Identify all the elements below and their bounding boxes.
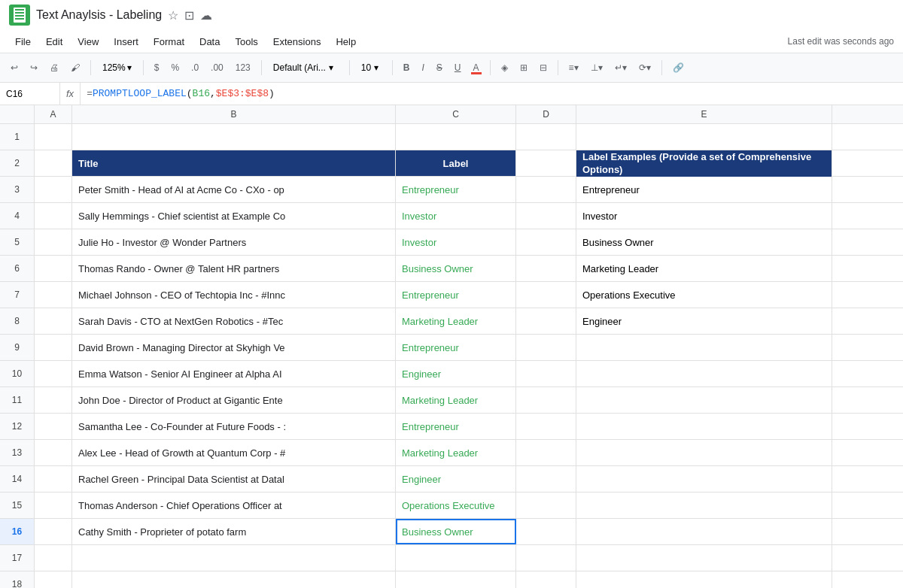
- cell-b7[interactable]: Michael Johnson - CEO of Techtopia Inc -…: [72, 282, 396, 308]
- row-num-3[interactable]: 3: [0, 177, 35, 202]
- cell-c15[interactable]: Operations Executive: [396, 493, 516, 518]
- cell-reference-box[interactable]: C16: [0, 83, 60, 105]
- cell-a1[interactable]: [35, 124, 72, 150]
- row-num-6[interactable]: 6: [0, 256, 35, 281]
- cell-b2-header[interactable]: Title: [72, 150, 396, 176]
- cell-d12[interactable]: [516, 414, 576, 439]
- menu-file[interactable]: File: [9, 33, 37, 50]
- cell-e13[interactable]: [576, 440, 832, 465]
- link-button[interactable]: 🔗: [668, 59, 689, 76]
- cell-c16[interactable]: Business Owner: [396, 519, 516, 544]
- row-num-15[interactable]: 15: [0, 493, 35, 518]
- cell-e3[interactable]: Entrepreneur: [576, 177, 832, 202]
- menu-view[interactable]: View: [71, 33, 105, 50]
- cell-e5[interactable]: Business Owner: [576, 229, 832, 255]
- cell-b16[interactable]: Cathy Smith - Proprieter of potato farm: [72, 519, 396, 544]
- cell-a8[interactable]: [35, 308, 72, 334]
- cell-e1[interactable]: [576, 124, 832, 150]
- cell-d9[interactable]: [516, 335, 576, 360]
- cell-a13[interactable]: [35, 440, 72, 465]
- cell-b11[interactable]: John Doe - Director of Product at Gigant…: [72, 387, 396, 413]
- cell-d10[interactable]: [516, 361, 576, 386]
- merge-button[interactable]: ⊟: [535, 59, 552, 76]
- menu-tools[interactable]: Tools: [229, 33, 263, 50]
- cell-c11[interactable]: Marketing Leader: [396, 387, 516, 413]
- cell-e11[interactable]: [576, 387, 832, 413]
- strikethrough-button[interactable]: S: [432, 59, 447, 76]
- underline-button[interactable]: U: [450, 59, 466, 76]
- menu-format[interactable]: Format: [147, 33, 190, 50]
- cell-c18[interactable]: [396, 571, 516, 588]
- cell-c13[interactable]: Marketing Leader: [396, 440, 516, 465]
- cell-d7[interactable]: [516, 282, 576, 308]
- cell-c7[interactable]: Entrepreneur: [396, 282, 516, 308]
- row-num-7[interactable]: 7: [0, 282, 35, 308]
- cell-d4[interactable]: [516, 203, 576, 229]
- cell-e18[interactable]: [576, 571, 832, 588]
- cell-c8[interactable]: Marketing Leader: [396, 308, 516, 334]
- col-header-a[interactable]: A: [35, 105, 72, 123]
- cell-c3[interactable]: Entrepreneur: [396, 177, 516, 202]
- cell-c5[interactable]: Investor: [396, 229, 516, 255]
- cell-e2-header[interactable]: Label Examples (Provide a set of Compreh…: [576, 150, 832, 177]
- col-header-e[interactable]: E: [576, 105, 832, 123]
- cell-d1[interactable]: [516, 124, 576, 150]
- row-num-10[interactable]: 10: [0, 361, 35, 386]
- row-num-14[interactable]: 14: [0, 466, 35, 492]
- decimal-increase-button[interactable]: .00: [206, 59, 228, 76]
- cloud-icon[interactable]: ☁: [200, 8, 212, 23]
- cell-a12[interactable]: [35, 414, 72, 439]
- cell-b4[interactable]: Sally Hemmings - Chief scientist at Exam…: [72, 203, 396, 229]
- menu-extensions[interactable]: Extensions: [267, 33, 327, 50]
- formula-content[interactable]: =PROMPTLOOP_LABEL(B16,$E$3:$E$8): [81, 83, 903, 105]
- row-num-16[interactable]: 16: [0, 519, 35, 544]
- cell-c10[interactable]: Engineer: [396, 361, 516, 386]
- cell-d2[interactable]: [516, 150, 576, 176]
- menu-edit[interactable]: Edit: [40, 33, 68, 50]
- row-num-13[interactable]: 13: [0, 440, 35, 465]
- cell-b3[interactable]: Peter Smith - Head of AI at Acme Co - CX…: [72, 177, 396, 202]
- cell-a3[interactable]: [35, 177, 72, 202]
- italic-button[interactable]: I: [417, 59, 428, 76]
- cell-d13[interactable]: [516, 440, 576, 465]
- cell-d8[interactable]: [516, 308, 576, 334]
- row-num-2[interactable]: 2: [0, 150, 35, 176]
- row-num-18[interactable]: 18: [0, 571, 35, 588]
- cell-d17[interactable]: [516, 545, 576, 571]
- zoom-selector[interactable]: 125% ▾: [97, 60, 137, 75]
- cell-c14[interactable]: Engineer: [396, 466, 516, 492]
- cell-b15[interactable]: Thomas Anderson - Chief Operations Offic…: [72, 493, 396, 518]
- row-num-12[interactable]: 12: [0, 414, 35, 439]
- cell-a4[interactable]: [35, 203, 72, 229]
- menu-data[interactable]: Data: [193, 33, 226, 50]
- col-header-b[interactable]: B: [72, 105, 396, 123]
- font-color-button[interactable]: A: [469, 59, 484, 76]
- col-header-c[interactable]: C: [396, 105, 516, 123]
- cell-c2-header[interactable]: Label: [396, 150, 516, 176]
- cell-a2[interactable]: [35, 150, 72, 176]
- cell-a6[interactable]: [35, 256, 72, 281]
- menu-help[interactable]: Help: [330, 33, 362, 50]
- cell-e7[interactable]: Operations Executive: [576, 282, 832, 308]
- cell-e9[interactable]: [576, 335, 832, 360]
- cell-e14[interactable]: [576, 466, 832, 492]
- cell-a7[interactable]: [35, 282, 72, 308]
- menu-insert[interactable]: Insert: [108, 33, 144, 50]
- cell-b1[interactable]: [72, 124, 396, 150]
- cell-d11[interactable]: [516, 387, 576, 413]
- cell-a9[interactable]: [35, 335, 72, 360]
- cell-a5[interactable]: [35, 229, 72, 255]
- cell-b13[interactable]: Alex Lee - Head of Growth at Quantum Cor…: [72, 440, 396, 465]
- cell-d14[interactable]: [516, 466, 576, 492]
- cell-b5[interactable]: Julie Ho - Investor @ Wonder Partners: [72, 229, 396, 255]
- cell-a18[interactable]: [35, 571, 72, 588]
- cell-b12[interactable]: Samantha Lee - Co-Founder at Future Food…: [72, 414, 396, 439]
- cell-b10[interactable]: Emma Watson - Senior AI Engineer at Alph…: [72, 361, 396, 386]
- percent-button[interactable]: %: [166, 59, 184, 76]
- decimal-decrease-button[interactable]: .0: [187, 59, 203, 76]
- star-icon[interactable]: ☆: [168, 8, 178, 23]
- borders-button[interactable]: ⊞: [515, 59, 532, 76]
- font-selector[interactable]: Default (Ari... ▾: [268, 60, 343, 75]
- cell-c4[interactable]: Investor: [396, 203, 516, 229]
- cell-b17[interactable]: [72, 545, 396, 571]
